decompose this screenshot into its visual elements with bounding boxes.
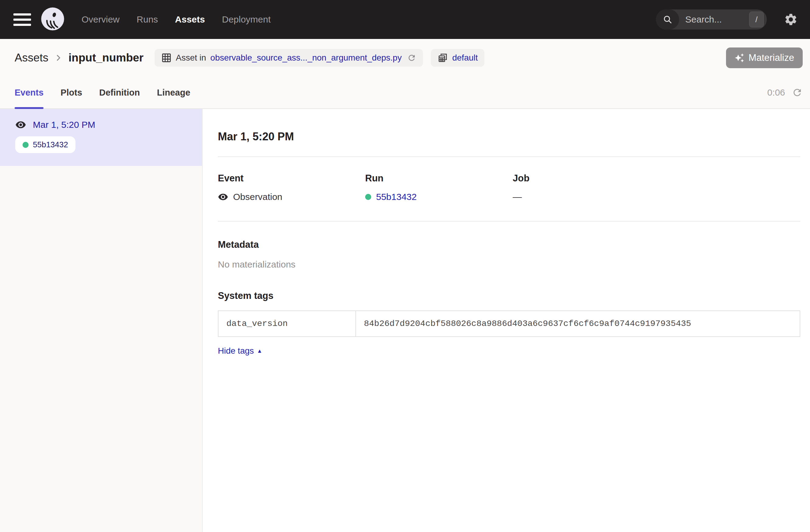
gear-icon <box>784 13 798 27</box>
nav-item-deployment[interactable]: Deployment <box>222 14 271 25</box>
tag-value-cell: 84b26d7d9204cbf588026c8a9886d403a6c9637c… <box>356 311 800 337</box>
tab-events[interactable]: Events <box>15 77 44 108</box>
page-header: Assets input_number Asset in observable_… <box>0 39 810 109</box>
table-row: data_version 84b26d7d9204cbf588026c8a988… <box>218 311 800 337</box>
primary-nav: Overview Runs Assets Deployment <box>82 14 271 25</box>
search-input[interactable]: Search... / <box>656 10 767 30</box>
breadcrumb-assets-link[interactable]: Assets <box>15 51 48 64</box>
job-empty-value: — <box>513 192 522 202</box>
materialize-button[interactable]: Materialize <box>726 47 803 68</box>
job-column-label: Job <box>513 173 800 184</box>
run-column-label: Run <box>365 173 513 184</box>
breadcrumb: Assets input_number Asset in observable_… <box>0 39 810 77</box>
search-icon <box>656 10 679 30</box>
repository-pill: default <box>431 49 484 67</box>
content-area: Mar 1, 5:20 PM 55b13432 Mar 1, 5:20 PM E… <box>0 109 810 532</box>
asset-definition-pill: Asset in observable_source_ass..._non_ar… <box>155 49 423 67</box>
nav-item-runs[interactable]: Runs <box>136 14 158 25</box>
run-status-dot <box>22 142 29 148</box>
metadata-heading: Metadata <box>218 239 800 250</box>
repository-icon <box>438 53 448 63</box>
event-detail-panel: Mar 1, 5:20 PM Event Observation Run <box>202 109 810 532</box>
tab-definition[interactable]: Definition <box>99 77 140 108</box>
reload-icon <box>407 53 416 62</box>
event-type-value: Observation <box>233 192 282 202</box>
event-list-item[interactable]: Mar 1, 5:20 PM 55b13432 <box>0 109 202 166</box>
system-tags-table: data_version 84b26d7d9204cbf588026c8a988… <box>218 310 800 337</box>
asset-source-file-link[interactable]: observable_source_ass..._non_argument_de… <box>210 53 402 63</box>
settings-button[interactable] <box>784 13 798 27</box>
repository-default-link[interactable]: default <box>452 53 478 63</box>
refresh-button[interactable] <box>792 87 803 98</box>
search-placeholder: Search... <box>685 14 749 25</box>
hide-tags-toggle[interactable]: Hide tags ▲ <box>218 346 262 356</box>
tab-plots[interactable]: Plots <box>61 77 82 108</box>
triangle-up-icon: ▲ <box>257 348 262 354</box>
hamburger-menu-icon[interactable] <box>13 13 31 26</box>
asset-tabs: Events Plots Definition Lineage 0:06 <box>0 77 810 108</box>
asset-in-label: Asset in <box>176 53 206 63</box>
dagster-logo-icon[interactable] <box>39 6 66 33</box>
app-window: Overview Runs Assets Deployment Search..… <box>0 0 810 532</box>
observation-eye-icon <box>218 192 228 202</box>
event-column-label: Event <box>218 173 365 184</box>
tab-lineage[interactable]: Lineage <box>157 77 191 108</box>
run-id-text: 55b13432 <box>33 140 68 149</box>
event-list-sidebar: Mar 1, 5:20 PM 55b13432 <box>0 109 202 532</box>
nav-item-assets[interactable]: Assets <box>175 14 205 25</box>
run-id-link[interactable]: 55b13432 <box>376 192 417 202</box>
event-summary-columns: Event Observation Run 55b13432 <box>218 173 800 202</box>
sparkles-icon <box>734 53 744 63</box>
tag-key-cell: data_version <box>218 311 356 337</box>
run-status-dot <box>365 194 371 200</box>
metadata-empty-text: No materializations <box>218 259 800 270</box>
nav-item-overview[interactable]: Overview <box>82 14 119 25</box>
chevron-right-icon <box>53 53 64 63</box>
refresh-countdown: 0:06 <box>767 87 785 98</box>
top-nav: Overview Runs Assets Deployment Search..… <box>0 0 810 39</box>
reload-definition-button[interactable] <box>407 53 416 62</box>
materialize-label: Materialize <box>748 52 794 63</box>
system-tags-heading: System tags <box>218 290 800 301</box>
event-timestamp-link[interactable]: Mar 1, 5:20 PM <box>33 119 95 130</box>
observation-eye-icon <box>15 119 26 130</box>
run-id-badge[interactable]: 55b13432 <box>15 136 76 153</box>
event-detail-title: Mar 1, 5:20 PM <box>218 130 800 143</box>
page-title: input_number <box>68 51 144 64</box>
divider <box>218 157 800 157</box>
hide-tags-label: Hide tags <box>218 346 254 356</box>
asset-grid-icon <box>161 53 172 63</box>
divider <box>218 221 800 222</box>
refresh-icon <box>792 87 803 98</box>
search-shortcut-badge: / <box>749 12 764 27</box>
